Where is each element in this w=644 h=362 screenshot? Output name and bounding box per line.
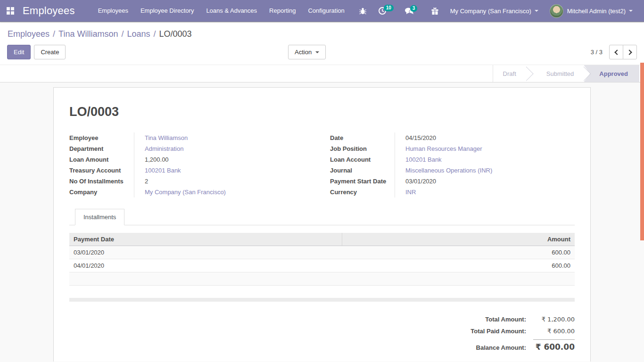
record-title: LO/0003 <box>69 105 575 119</box>
activities-badge: 10 <box>384 5 394 11</box>
breadcrumb-current: LO/0003 <box>159 29 192 39</box>
field-payment-start-date: Payment Start Date 03/01/2020 <box>330 176 575 187</box>
field-treasury-account: Treasury Account 100201 Bank <box>69 165 314 176</box>
cell-payment-date[interactable]: 03/01/2020 <box>69 246 342 259</box>
messages-badge: 3 <box>410 5 418 12</box>
field-value-link[interactable]: Administration <box>134 143 183 154</box>
total-amount-label: Total Amount: <box>485 316 526 323</box>
action-dropdown-button[interactable]: Action <box>288 45 326 59</box>
field-loan-amount: Loan Amount 1,200.00 <box>69 154 314 165</box>
chevron-down-icon <box>315 51 319 53</box>
field-value-link[interactable]: INR <box>395 187 416 197</box>
field-value-link[interactable]: 100201 Bank <box>395 154 442 165</box>
record-sheet: LO/0003 Employee Tina Williamson Departm… <box>53 87 591 362</box>
company-name: My Company (San Francisco) <box>450 8 531 15</box>
action-group: Action <box>288 45 326 59</box>
field-label: Department <box>69 143 134 154</box>
field-loan-account: Loan Account 100201 Bank <box>330 154 575 165</box>
messages-button[interactable]: 3 <box>400 4 419 18</box>
breadcrumb-separator: / <box>121 29 124 39</box>
breadcrumb-link-employee[interactable]: Tina Williamson <box>58 29 118 39</box>
field-value-link[interactable]: Miscellaneous Operations (INR) <box>395 165 492 176</box>
edit-button[interactable]: Edit <box>7 45 31 59</box>
empty-cell <box>342 272 575 286</box>
apps-menu-button[interactable] <box>0 0 21 22</box>
nav-item-loans-advances[interactable]: Loans & Advances <box>200 0 263 22</box>
column-header-amount[interactable]: Amount <box>342 233 575 246</box>
pager-buttons <box>609 45 637 59</box>
cell-payment-date[interactable]: 04/01/2020 <box>69 259 342 272</box>
field-label: Payment Start Date <box>330 176 395 187</box>
nav-item-employee-directory[interactable]: Employee Directory <box>134 0 200 22</box>
gift-icon <box>431 7 439 15</box>
rewards-button[interactable] <box>426 4 444 18</box>
field-label: Employee <box>69 132 134 143</box>
field-label: Journal <box>330 165 395 176</box>
user-name: Mitchell Admin (test2) <box>567 8 626 15</box>
balance-amount-row: Balance Amount: ₹ 600.00 <box>476 339 575 352</box>
table-row[interactable]: 03/01/2020 600.00 <box>69 246 575 259</box>
totals-section: Total Amount: ₹ 1,200.00 Total Paid Amou… <box>69 316 575 356</box>
nav-item-configuration[interactable]: Configuration <box>302 0 350 22</box>
breadcrumb-link-employees[interactable]: Employees <box>8 29 50 39</box>
top-navbar: Employees Employees Employee Directory L… <box>0 0 644 22</box>
table-row[interactable]: 04/01/2020 600.00 <box>69 259 575 272</box>
pager-previous-button[interactable] <box>609 45 623 59</box>
statusbar: Draft Submitted Approved <box>0 65 644 82</box>
debug-button[interactable] <box>354 4 372 18</box>
apps-grid-icon <box>7 7 14 15</box>
table-empty-row <box>69 272 575 286</box>
user-avatar <box>550 4 563 18</box>
status-draft[interactable]: Draft <box>493 65 526 82</box>
nav-right-group: 10 3 My Company (San Francisco) <box>354 4 644 18</box>
total-paid-value: ₹ 600.00 <box>533 328 575 335</box>
field-value: 1,200.00 <box>134 154 169 165</box>
field-job-position: Job Position Human Resources Manager <box>330 143 575 154</box>
field-label: Job Position <box>330 143 395 154</box>
status-submitted[interactable]: Submitted <box>537 65 584 82</box>
total-amount-value: ₹ 1,200.00 <box>533 316 575 323</box>
field-date: Date 04/15/2020 <box>330 132 575 143</box>
field-column-right: Date 04/15/2020 Job Position Human Resou… <box>330 132 575 197</box>
field-value-link[interactable]: My Company (San Francisco) <box>134 187 226 197</box>
company-switcher[interactable]: My Company (San Francisco) <box>446 8 543 15</box>
field-label: Loan Account <box>330 154 395 165</box>
field-label: Date <box>330 132 395 143</box>
column-header-payment-date[interactable]: Payment Date <box>69 233 342 246</box>
create-button[interactable]: Create <box>34 45 66 59</box>
field-label: Currency <box>330 187 395 197</box>
field-value-link[interactable]: 100201 Bank <box>134 165 181 176</box>
field-value-link[interactable]: Human Resources Manager <box>395 143 482 154</box>
table-horizontal-scrollbar[interactable] <box>69 298 575 302</box>
activities-button[interactable]: 10 <box>373 4 391 18</box>
cell-amount[interactable]: 600.00 <box>342 259 575 272</box>
breadcrumb-link-loans[interactable]: Loans <box>127 29 150 39</box>
total-paid-label: Total Paid Amount: <box>471 328 526 335</box>
control-panel: Employees/Tina Williamson/Loans/LO/0003 … <box>0 22 644 65</box>
field-label: Company <box>69 187 134 197</box>
nav-item-reporting[interactable]: Reporting <box>263 0 302 22</box>
cell-amount[interactable]: 600.00 <box>342 246 575 259</box>
status-arrow-icon <box>526 65 537 82</box>
breadcrumb: Employees/Tina Williamson/Loans/LO/0003 <box>8 29 637 39</box>
balance-amount-value: ₹ 600.00 <box>533 339 575 352</box>
nav-item-employees[interactable]: Employees <box>92 0 134 22</box>
vertical-scrollbar-thumb[interactable] <box>640 63 644 240</box>
pager-next-button[interactable] <box>623 45 637 59</box>
field-label: Loan Amount <box>69 154 134 165</box>
tab-installments[interactable]: Installments <box>75 209 124 225</box>
notebook: Installments Payment Date Amount 03/01/2… <box>69 209 575 302</box>
buttons-row: Edit Create Action 3 / 3 <box>7 45 637 65</box>
field-label: Treasury Account <box>69 165 134 176</box>
user-menu[interactable]: Mitchell Admin (test2) <box>545 4 637 18</box>
field-group: Employee Tina Williamson Department Admi… <box>69 132 575 197</box>
field-installments-count: No Of Installments 2 <box>69 176 314 187</box>
form-view: LO/0003 Employee Tina Williamson Departm… <box>0 82 644 362</box>
breadcrumb-separator: / <box>154 29 156 39</box>
chevron-right-icon <box>627 49 632 55</box>
total-amount-row: Total Amount: ₹ 1,200.00 <box>485 316 575 323</box>
field-value: 04/15/2020 <box>395 132 436 143</box>
balance-amount-label: Balance Amount: <box>476 344 526 351</box>
field-value-link[interactable]: Tina Williamson <box>134 132 188 143</box>
bug-icon <box>359 7 367 15</box>
